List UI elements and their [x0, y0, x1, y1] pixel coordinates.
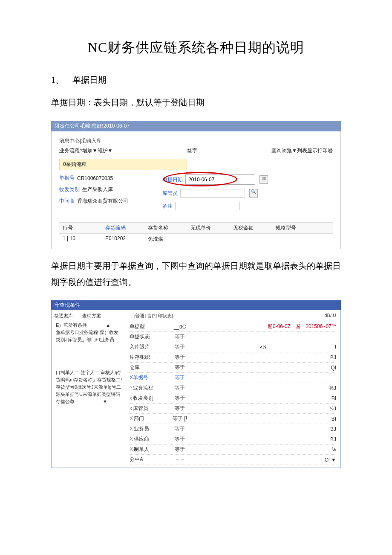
condition-label: x库管员: [130, 405, 164, 412]
remark-label: 备注: [162, 203, 173, 210]
section-1-heading: 1、 单据日期: [51, 74, 341, 86]
condition-value[interactable]: ⅛J: [196, 385, 336, 391]
condition-label: 入库退库: [130, 343, 164, 351]
condition-label: X业务员: [130, 425, 164, 433]
bill-date-label: 单据日期: [162, 176, 183, 183]
condition-row: X部门等于 [!BI: [130, 414, 336, 424]
condition-operator[interactable]: 等于: [167, 374, 193, 381]
top-tabs-right: dB/IU: [324, 313, 336, 319]
condition-operator[interactable]: 等于: [167, 364, 193, 371]
condition-value[interactable]: BJ: [196, 436, 336, 442]
condition-operator[interactable]: 等于: [167, 354, 193, 361]
condition-row: 单据型__dC迎0-06-07 国 201506~07^^: [130, 322, 336, 332]
left-tabs[interactable]: 筱逐案库 查询方案: [54, 313, 122, 319]
row-code: E010202: [105, 235, 131, 243]
calendar-icon[interactable]: ▦: [259, 175, 268, 184]
toolbar-sign[interactable]: 签字: [187, 147, 197, 154]
breadcrumb: 消息中心|采购入库: [59, 137, 333, 145]
condition-label: x收发类别: [130, 395, 164, 402]
col-price-notax: 无税单价: [190, 224, 216, 232]
table-row: 1 | 10 E010202 免洗煤: [59, 234, 333, 244]
toolbar-right[interactable]: 查询浏览▼列表显示打印岩: [271, 147, 333, 154]
condition-row: x收发类别等于BI: [130, 393, 336, 404]
condition-label: ^业务流程: [130, 384, 164, 392]
doc-title: NC财务供应链系统各种日期的说明: [51, 38, 341, 57]
condition-row: ^业务流程等于⅛J: [130, 383, 336, 393]
col-stock-code: 存货编码: [105, 224, 131, 232]
condition-operator[interactable]: 等于: [167, 395, 193, 402]
condition-label: X制单人: [130, 446, 164, 453]
condition-operator[interactable]: ＝＝: [167, 456, 193, 463]
col-row-no: 行号: [63, 224, 88, 232]
condition-value[interactable]: BI: [196, 416, 336, 422]
query-right-pane: ；j普通| 言|打印状态| dB/IU 单据型__dC迎0-06-07 国 20…: [125, 310, 340, 468]
embedded-screenshot-2: 守查现条件 筱逐案库 查询方案 E）茁所有条件 ▲ 鱼单据号口业务流程-窟）收发…: [51, 300, 341, 468]
paragraph-1: 单据日期：表头日期，默认等于登陆日期: [51, 94, 341, 110]
toolbar-left[interactable]: 业务流程^增加▼维护▼: [59, 147, 112, 154]
condition-row: X单据号等于: [130, 373, 336, 383]
query-top-tabs[interactable]: ；j普通| 言|打印状态| dB/IU: [130, 313, 336, 319]
query-left-pane: 筱逐案库 查询方案 E）茁所有条件 ▲ 鱼单据号口业务流程-窟）收发类别J库管员…: [52, 310, 125, 468]
condition-label: 仓库: [130, 364, 164, 371]
condition-value[interactable]: ⅛: [196, 447, 336, 453]
bill-date-wrap: [185, 174, 255, 185]
condition-value[interactable]: QI: [196, 365, 336, 371]
condition-value[interactable]: BJ: [196, 426, 336, 432]
bill-date-input[interactable]: [185, 174, 255, 185]
condition-value[interactable]: 迎0-06-07 国 201506~07^^: [196, 323, 336, 330]
condition-row: 仓库等于QI: [130, 363, 336, 373]
condition-label: 库存犯织: [130, 354, 164, 361]
condition-operator[interactable]: 等于: [167, 343, 193, 351]
doc-no-value: CR1006070035: [77, 175, 113, 181]
condition-row: 入库退库等于λ⅛ -I: [130, 342, 336, 352]
embedded-screenshot-1: 限责任公司毛峻,您好!2010-06-07 消息中心|采购入库 业务流程^增加▼…: [51, 121, 341, 249]
condition-row: 库存犯织等于BJ: [130, 352, 336, 363]
condition-label: X供应商: [130, 436, 164, 443]
condition-row: 分中A＝＝CI ▼: [130, 455, 336, 465]
doc-no-label: 单据号: [59, 174, 75, 182]
condition-operator[interactable]: 等于: [167, 446, 193, 453]
condition-operator[interactable]: 等于 [!: [167, 415, 193, 422]
remark-input[interactable]: [175, 202, 240, 210]
search-icon[interactable]: 🔍: [249, 189, 258, 198]
middleman-value: 香海瑞众商贸有限公司: [77, 198, 128, 205]
condition-value[interactable]: ⅛J: [196, 406, 336, 412]
condition-operator[interactable]: 等于: [167, 384, 193, 392]
condition-rows: 单据型__dC迎0-06-07 国 201506~07^^单据状态等于入库退库等…: [130, 322, 336, 465]
condition-label: 单据型: [130, 323, 164, 330]
tree-group-1[interactable]: 鱼单据号口业务流程-窟）收发类别J库管员」部门EI业务员: [56, 329, 122, 343]
toolbar: 业务流程^增加▼维护▼ 签字 查询浏览▼列表显示打印岩: [59, 147, 333, 154]
tree-group-2[interactable]: 口制单人二I签字人二|审核人Ij存货编码m存货名称」存货规格二!存货型号0批次号…: [56, 369, 122, 398]
condition-value[interactable]: CI ▼: [196, 457, 336, 463]
condition-label: 单据状态: [130, 333, 164, 340]
condition-row: X制单人等于⅛: [130, 445, 336, 455]
col-stock-name: 存货名称: [148, 224, 173, 232]
row-idx: 1 | 10: [63, 235, 88, 243]
keeper-label: 库管员: [162, 190, 178, 197]
condition-operator[interactable]: 等于: [167, 405, 193, 412]
top-tabs-left[interactable]: ；j普通| 言|打印状态|: [130, 313, 173, 319]
paragraph-2: 单据日期主要用于单据查询，下图中查询的单据日期就是取单据表头的单据日期字段的值进…: [51, 258, 341, 290]
condition-operator[interactable]: 等于: [167, 333, 193, 340]
condition-row: X业务员等于BJ: [130, 424, 336, 434]
condition-value[interactable]: λ⅛ -I: [196, 343, 336, 351]
condition-label: 分中A: [130, 456, 164, 463]
condition-tree[interactable]: E）茁所有条件 ▲ 鱼单据号口业务流程-窟）收发类别J库管员」部门EI业务员 口…: [54, 322, 122, 405]
condition-row: 单据状态等于: [130, 332, 336, 342]
condition-label: X单据号: [130, 374, 164, 381]
middleman-label: 中间商: [59, 198, 75, 205]
condition-value[interactable]: BI: [196, 395, 336, 401]
keeper-input[interactable]: [180, 189, 245, 198]
tree-root[interactable]: E）茁所有条件 ▲: [56, 322, 122, 329]
flow-badge: 0采购流程: [59, 159, 187, 170]
condition-row: x库管员等于⅛J: [130, 404, 336, 414]
condition-operator[interactable]: 等于: [167, 436, 193, 443]
col-amount-notax: 无税金额: [233, 224, 259, 232]
condition-value[interactable]: BJ: [196, 355, 336, 360]
row-name: 免洗煤: [148, 235, 173, 243]
condition-label: X部门: [130, 415, 164, 422]
condition-row: X供应商等于BJ: [130, 434, 336, 445]
line-items-table: 行号 存货编码 存货名称 无税单价 无税金额 规格型号 1 | 10 E0102…: [59, 222, 333, 244]
tree-group-3[interactable]: 存借公尊 ▼: [56, 398, 122, 405]
condition-operator[interactable]: 等于: [167, 425, 193, 433]
